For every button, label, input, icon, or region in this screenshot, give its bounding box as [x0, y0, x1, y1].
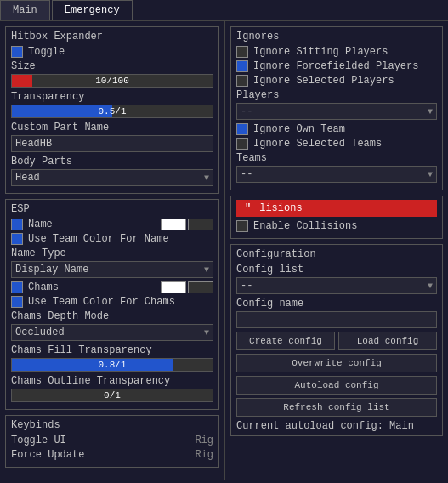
body-parts-value: Head — [15, 172, 40, 184]
toggle-checkbox[interactable] — [11, 46, 23, 58]
teams-dropdown[interactable]: -- ▼ — [236, 166, 437, 183]
use-team-color-name-checkbox[interactable] — [11, 233, 23, 245]
main-content: Hitbox Expander Toggle Size 10/100 Trans… — [0, 21, 448, 480]
custom-part-name-label: Custom Part Name — [11, 122, 213, 134]
name-label: Name — [28, 219, 53, 230]
toggle-ui-value: Rig — [195, 435, 213, 446]
tab-emergency[interactable]: Emergency — [52, 0, 133, 20]
chevron-down-icon: ▼ — [204, 173, 209, 183]
ignore-selected-label: Ignore Selected Players — [253, 75, 394, 87]
name-type-dropdown[interactable]: Display Name ▼ — [11, 261, 213, 278]
chams-outline-transparency-slider[interactable]: 0/1 — [11, 389, 213, 402]
name-checkbox[interactable] — [11, 219, 23, 230]
ignore-sitting-row: Ignore Sitting Players — [236, 46, 437, 58]
players-label: Players — [236, 89, 437, 101]
hitbox-expander-title: Hitbox Expander — [11, 31, 213, 43]
right-panel: Ignores Ignore Sitting Players Ignore Fo… — [225, 21, 448, 480]
config-name-input[interactable] — [236, 311, 437, 328]
ignore-selected-row: Ignore Selected Players — [236, 75, 437, 87]
transparency-label: Transparency — [11, 91, 213, 103]
ignore-sitting-checkbox[interactable] — [236, 46, 248, 58]
ignore-selected-teams-row: Ignore Selected Teams — [236, 138, 437, 150]
chams-fill-transparency-label: Chams Fill Transparency — [11, 344, 213, 356]
quote-icon: " — [241, 202, 254, 215]
players-dropdown[interactable]: -- ▼ — [236, 103, 437, 120]
ignore-selected-teams-label: Ignore Selected Teams — [253, 138, 382, 150]
toggle-label: Toggle — [28, 46, 65, 58]
force-update-label: Force Update — [11, 449, 84, 461]
configuration-title: Configuration — [236, 248, 437, 260]
enable-collisions-label: Enable Collisions — [253, 220, 357, 232]
name-type-label: Name Type — [11, 247, 213, 259]
chams-fill-transparency-slider[interactable]: 0.8/1 — [11, 358, 213, 372]
teams-label: Teams — [236, 152, 437, 164]
load-config-button[interactable]: Load config — [338, 332, 437, 350]
left-panel: Hitbox Expander Toggle Size 10/100 Trans… — [0, 21, 225, 480]
use-team-color-name-row: Use Team Color For Name — [11, 233, 213, 245]
enable-collisions-checkbox[interactable] — [236, 220, 248, 232]
chevron-down-icon-4: ▼ — [428, 107, 433, 116]
teams-value: -- — [241, 168, 252, 180]
chams-outline-slider-text: 0/1 — [12, 389, 213, 401]
tab-bar: Main Emergency — [0, 0, 448, 21]
use-team-color-chams-row: Use Team Color For Chams — [11, 296, 213, 308]
create-config-button[interactable]: Create config — [236, 332, 335, 350]
tab-main[interactable]: Main — [0, 0, 50, 20]
body-parts-label: Body Parts — [11, 156, 213, 168]
enable-collisions-row: Enable Collisions — [236, 220, 437, 232]
force-update-row: Force Update Rig — [11, 449, 213, 461]
ignore-forcefielded-checkbox[interactable] — [236, 60, 248, 72]
toggle-ui-label: Toggle UI — [11, 435, 66, 446]
ignore-selected-teams-checkbox[interactable] — [236, 138, 248, 150]
collisions-header: " lisions — [236, 200, 437, 217]
use-team-color-chams-label: Use Team Color For Chams — [28, 296, 175, 308]
overwrite-config-button[interactable]: Overwrite config — [236, 354, 437, 372]
collisions-section: " lisions Enable Collisions — [230, 196, 443, 239]
ignore-forcefielded-label: Ignore Forcefielded Players — [253, 60, 418, 72]
transparency-slider-text: 0.5/1 — [12, 105, 213, 117]
ignore-own-team-checkbox[interactable] — [236, 123, 248, 135]
chevron-down-icon-2: ▼ — [204, 265, 209, 275]
chevron-down-icon-6: ▼ — [428, 281, 433, 291]
ignores-title: Ignores — [236, 31, 437, 43]
size-slider-text: 10/100 — [12, 75, 213, 87]
chevron-down-icon-5: ▼ — [428, 170, 433, 179]
transparency-slider[interactable]: 0.5/1 — [11, 105, 213, 118]
ignores-section: Ignores Ignore Sitting Players Ignore Fo… — [230, 26, 443, 190]
ignore-selected-checkbox[interactable] — [236, 75, 248, 87]
refresh-config-list-button[interactable]: Refresh config list — [236, 398, 437, 417]
config-list-label: Config list — [236, 264, 437, 276]
chams-color-box-2[interactable] — [188, 281, 213, 293]
body-parts-dropdown[interactable]: Head ▼ — [11, 169, 213, 186]
players-value: -- — [241, 105, 252, 117]
chams-checkbox[interactable] — [11, 281, 23, 293]
chams-label: Chams — [28, 281, 59, 293]
name-color-box[interactable] — [161, 219, 186, 230]
chams-depth-mode-dropdown[interactable]: Occluded ▼ — [11, 324, 213, 341]
name-color-box-2[interactable] — [188, 219, 213, 230]
chams-depth-mode-value: Occluded — [15, 327, 65, 338]
use-team-color-chams-checkbox[interactable] — [11, 296, 23, 308]
chams-row: Chams — [11, 281, 213, 293]
config-list-dropdown[interactable]: -- ▼ — [236, 277, 437, 294]
hitbox-expander-section: Hitbox Expander Toggle Size 10/100 Trans… — [5, 26, 219, 194]
configuration-section: Configuration Config list -- ▼ Config na… — [230, 244, 443, 436]
toggle-row: Toggle — [11, 46, 213, 58]
use-team-color-name-label: Use Team Color For Name — [28, 233, 169, 245]
name-row: Name — [11, 219, 213, 230]
chams-depth-mode-label: Chams Depth Mode — [11, 310, 213, 322]
create-load-row: Create config Load config — [236, 332, 437, 350]
esp-title: ESP — [11, 203, 213, 215]
toggle-ui-row: Toggle UI Rig — [11, 435, 213, 446]
autoload-config-button[interactable]: Autoload config — [236, 376, 437, 395]
ignore-forcefielded-row: Ignore Forcefielded Players — [236, 60, 437, 72]
keybinds-title: Keybinds — [11, 419, 213, 431]
custom-part-name-input[interactable] — [11, 135, 213, 152]
chams-color-box[interactable] — [161, 281, 186, 293]
size-slider[interactable]: 10/100 — [11, 74, 213, 88]
chams-outline-transparency-label: Chams Outline Transparency — [11, 375, 213, 387]
force-update-value: Rig — [195, 449, 213, 461]
size-label: Size — [11, 60, 213, 72]
name-type-value: Display Name — [15, 264, 88, 276]
config-name-label: Config name — [236, 298, 437, 310]
